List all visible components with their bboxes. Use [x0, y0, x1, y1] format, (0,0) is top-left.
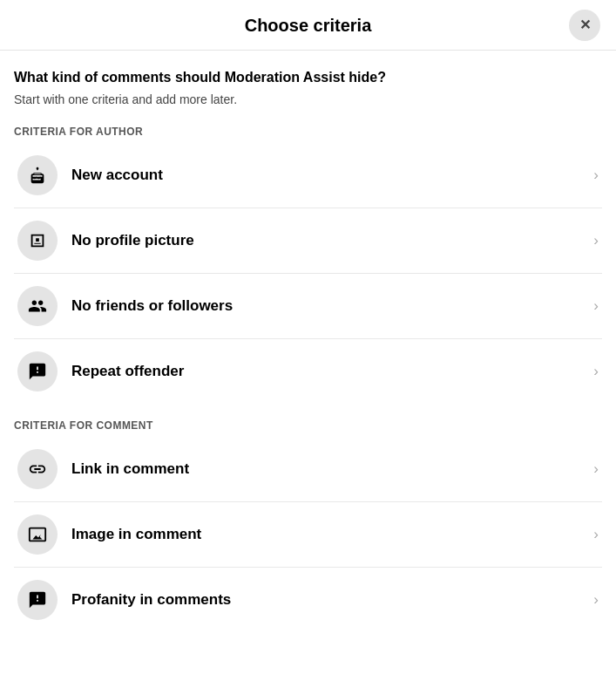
chevron-right-icon: ›	[593, 526, 599, 543]
modal: Choose criteria ✕ What kind of comments …	[0, 0, 616, 641]
list-item[interactable]: New account ›	[14, 143, 602, 208]
repeat-offender-icon	[17, 351, 58, 392]
list-item[interactable]: Image in comment ›	[14, 502, 602, 568]
profanity-icon	[17, 580, 58, 620]
chevron-right-icon: ›	[593, 591, 599, 609]
no-profile-picture-label: No profile picture	[71, 232, 586, 249]
modal-body: What kind of comments should Moderation …	[0, 51, 616, 641]
image-icon	[17, 514, 58, 555]
repeat-offender-label: Repeat offender	[71, 363, 586, 380]
chevron-right-icon: ›	[593, 232, 599, 249]
section-comment: CRITERIA FOR COMMENT Link in comment ›	[14, 419, 602, 632]
new-account-label: New account	[71, 167, 586, 184]
new-account-icon	[17, 155, 58, 195]
no-profile-picture-icon	[17, 221, 58, 261]
image-in-comment-label: Image in comment	[71, 526, 586, 543]
intro-subtext: Start with one criteria and add more lat…	[14, 92, 602, 106]
modal-header: Choose criteria ✕	[0, 0, 616, 51]
comment-criteria-list: Link in comment › Image in comment ›	[14, 437, 602, 632]
modal-title: Choose criteria	[245, 16, 372, 36]
author-criteria-list: New account › No profile picture ›	[14, 143, 602, 404]
chevron-right-icon: ›	[593, 363, 599, 380]
section-label-author: CRITERIA FOR AUTHOR	[14, 126, 602, 138]
link-icon	[17, 449, 58, 489]
chevron-right-icon: ›	[593, 460, 599, 478]
list-item[interactable]: Profanity in comments ›	[14, 568, 602, 632]
section-author: CRITERIA FOR AUTHOR New account ›	[14, 126, 602, 404]
list-item[interactable]: Link in comment ›	[14, 437, 602, 502]
intro-heading: What kind of comments should Moderation …	[14, 68, 602, 87]
link-in-comment-label: Link in comment	[71, 460, 586, 478]
no-friends-icon	[17, 286, 58, 326]
list-item[interactable]: No friends or followers ›	[14, 274, 602, 339]
profanity-label: Profanity in comments	[71, 591, 586, 609]
chevron-right-icon: ›	[593, 297, 599, 315]
section-label-comment: CRITERIA FOR COMMENT	[14, 419, 602, 432]
chevron-right-icon: ›	[593, 167, 599, 184]
list-item[interactable]: Repeat offender ›	[14, 339, 602, 404]
close-button[interactable]: ✕	[569, 10, 600, 41]
list-item[interactable]: No profile picture ›	[14, 208, 602, 274]
no-friends-label: No friends or followers	[71, 297, 586, 315]
